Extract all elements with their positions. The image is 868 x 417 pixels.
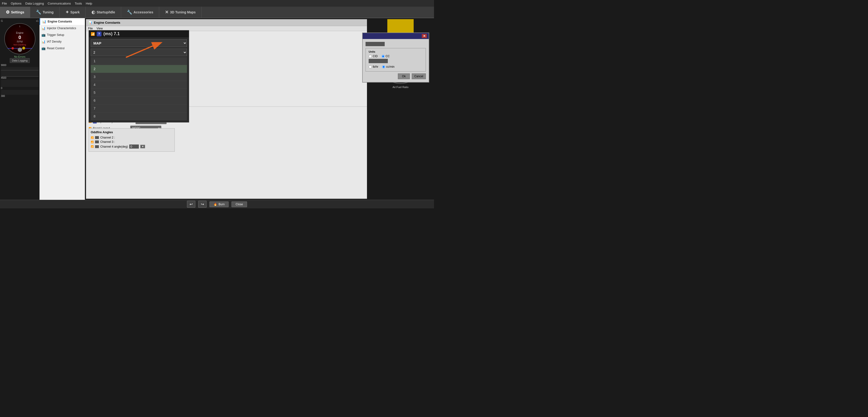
oddfire-ch3-label: Channel 3 :	[100, 140, 115, 143]
ch3-indicator	[95, 140, 99, 143]
rpm-gauge: 1 Engine 0 RPM Not Cranking	[4, 23, 35, 54]
oddfire-title: Oddfire Angles	[91, 130, 173, 134]
cid-label: CID	[373, 55, 378, 58]
sidebar-item-iat-density[interactable]: 📊 IAT Density	[39, 38, 85, 45]
ccmin-radio[interactable]	[382, 65, 385, 68]
lower-bar	[1, 80, 38, 87]
sidebar-item-engine-constants-label: Engine Constants	[48, 20, 72, 23]
units-body: Units CID CC l	[363, 39, 429, 82]
units-cancel-button[interactable]: Cancel	[412, 73, 426, 79]
lbhr-label: lb/hr	[373, 65, 378, 68]
bar-chart	[1, 67, 38, 76]
tab-accessories-label: Accessories	[133, 10, 153, 14]
ccmin-radio-label[interactable]: cc/min	[382, 65, 395, 68]
sidebar-item-engine-constants[interactable]: 📊 Engine Constants	[39, 18, 85, 25]
map-list-item-8[interactable]: 8	[91, 113, 187, 120]
map-squirts-select[interactable]: 1 2 3 4	[91, 49, 187, 56]
tab-spark-label: Spark	[70, 10, 80, 14]
burn-button[interactable]: 🔥 Burn	[210, 201, 228, 207]
left-gauge-panel: G x1 1 Engine 0 RPM Not Cranking No Err	[0, 18, 39, 200]
oddfire-ch2-row: 📶 Channel 2 :	[91, 136, 173, 139]
tab-settings[interactable]: ⚙ Settings	[0, 7, 30, 18]
no-errors-status: No Errors	[14, 55, 25, 58]
panel-view-menu[interactable]: View	[96, 27, 103, 30]
units-input-2[interactable]	[369, 59, 388, 63]
panel-file-menu[interactable]: File	[88, 27, 93, 30]
tab-spark[interactable]: ✦ Spark	[60, 7, 86, 18]
map-list-item-6[interactable]: 6	[91, 97, 187, 104]
units-input-1[interactable]	[366, 42, 385, 46]
map-time-display: (ms) 7.1	[103, 31, 120, 36]
oddfire-ch4-btn[interactable]: ▼	[140, 145, 145, 148]
burn-label: Burn	[219, 203, 224, 206]
tuning-icon: 🔧	[36, 9, 41, 15]
map-list-item-2[interactable]: 2	[91, 65, 187, 73]
3d-icon: ✕	[165, 9, 168, 15]
menu-bar: File Options Data Logging Communications…	[0, 0, 434, 7]
trigger-icon: 📺	[41, 33, 45, 37]
units-close-button[interactable]: ✕	[422, 34, 427, 38]
tab-3d-label: 3D Tuning Maps	[170, 10, 195, 14]
sidebar-item-trigger-setup[interactable]: 📺 Trigger Setup	[39, 32, 85, 38]
cc-radio[interactable]	[381, 55, 385, 58]
tab-tuning-label: Tuning	[42, 10, 54, 14]
menu-options[interactable]: Options	[11, 2, 22, 5]
ch2-indicator	[95, 136, 99, 139]
menu-data-logging[interactable]: Data Logging	[25, 2, 44, 5]
units-ok-button[interactable]: Ok	[398, 73, 410, 79]
rpm-value: 0	[19, 35, 21, 40]
accessories-icon: 🔧	[127, 9, 132, 15]
spark-icon: ✦	[65, 9, 69, 15]
wifi-icon-ch3: 📶	[91, 141, 94, 143]
sidebar-item-reset-control[interactable]: 📺 Reset Control	[39, 45, 85, 52]
engine-constants-icon: 📊	[42, 20, 46, 24]
menu-help[interactable]: Help	[86, 2, 92, 5]
units-dialog: ✕ Units CID CC	[362, 33, 429, 83]
af-ratio-text: Air:Fuel Ratio	[393, 86, 409, 89]
tab-3d-tuning-maps[interactable]: ✕ 3D Tuning Maps	[159, 7, 202, 18]
gauge-value-1: 1	[19, 25, 20, 28]
lbhr-radio-label[interactable]: lb/hr	[369, 65, 378, 68]
settings-icon: ⚙	[6, 9, 9, 15]
units-group-title: Units	[369, 50, 423, 53]
map-number-list: 1 2 3 4 5 6 7 8	[91, 57, 187, 120]
map-algorithm-select[interactable]: MAP Alpha-N	[91, 39, 187, 47]
cid-radio[interactable]	[369, 55, 372, 58]
units-group: Units CID CC l	[366, 48, 426, 71]
ccmin-label: cc/min	[386, 65, 395, 68]
forward-button[interactable]: ↪	[198, 201, 207, 208]
sidebar-item-injector-characteristics[interactable]: 📊 Injector Characteristics	[39, 25, 85, 32]
menu-communications[interactable]: Communications	[48, 2, 71, 5]
cc-label: CC	[385, 55, 390, 58]
tab-startup-label: Startup/Idle	[97, 10, 115, 14]
menu-file[interactable]: File	[2, 2, 7, 5]
map-list-item-1[interactable]: 1	[91, 57, 187, 65]
cc-radio-label[interactable]: CC	[381, 55, 390, 58]
menu-tools[interactable]: Tools	[75, 2, 82, 5]
tab-startup-idle[interactable]: ◐ Startup/Idle	[86, 7, 121, 18]
wifi-icon-ch4: 📶	[91, 145, 94, 148]
scale-300: 300	[1, 95, 5, 97]
map-header: 📶 ? (ms) 7.1	[89, 30, 189, 37]
cid-radio-label[interactable]: CID	[369, 55, 378, 58]
tab-tuning[interactable]: 🔧 Tuning	[30, 7, 60, 18]
oddfire-ch3-row: 📶 Channel 3 :	[91, 140, 173, 143]
lbhr-radio[interactable]	[369, 65, 372, 68]
oddfire-ch4-input[interactable]	[129, 145, 139, 149]
map-list-item-5[interactable]: 5	[91, 89, 187, 97]
map-list-item-3[interactable]: 3	[91, 73, 187, 81]
data-logging-button[interactable]: Data Logging	[10, 58, 30, 63]
close-button[interactable]: Close	[231, 201, 247, 207]
tab-accessories[interactable]: 🔧 Accessories	[121, 7, 159, 18]
injector-char-icon: 📊	[41, 26, 45, 30]
map-list-item-4[interactable]: 4	[91, 81, 187, 89]
sidebar-item-injector-label: Injector Characteristics	[47, 27, 76, 30]
map-overlay: 📶 ? (ms) 7.1 MAP Alpha-N 1 2 3 4 1 2 3 4…	[89, 30, 189, 123]
scale-0-left: 0	[1, 87, 2, 90]
sidebar-item-iat-label: IAT Density	[47, 40, 62, 43]
back-button[interactable]: ↩	[187, 201, 195, 208]
engine-label: Engine	[16, 32, 24, 34]
map-list-item-7[interactable]: 7	[91, 104, 187, 113]
not-cranking-label: Not Cranking	[13, 43, 26, 46]
units-titlebar: ✕	[363, 33, 429, 39]
